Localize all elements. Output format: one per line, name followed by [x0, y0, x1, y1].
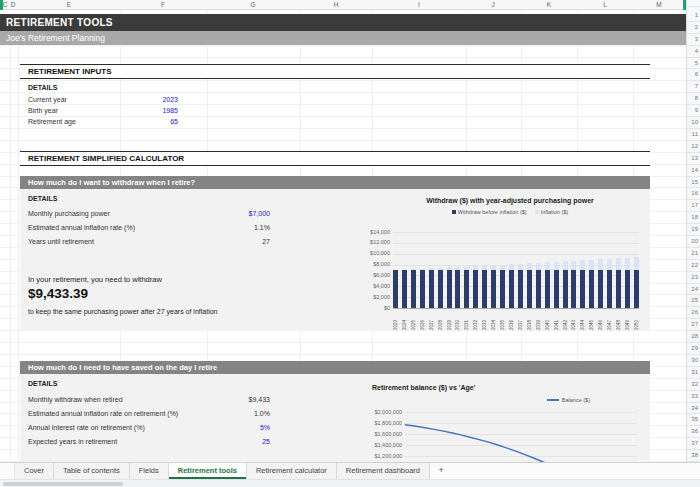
detail-value-cell[interactable]: 27 — [262, 238, 270, 245]
column-header-c[interactable]: C — [3, 0, 8, 10]
sheet-tab-retirement-dashboard[interactable]: Retirement dashboard — [337, 463, 430, 479]
bar-segment-base — [455, 270, 460, 308]
row-number-22[interactable]: 22 — [688, 260, 698, 272]
detail-value-cell[interactable]: 5% — [260, 424, 270, 431]
row-number-32[interactable]: 32 — [688, 379, 698, 391]
row-number-35[interactable]: 35 — [688, 414, 698, 426]
row-number-20[interactable]: 20 — [688, 236, 698, 248]
row-number-24[interactable]: 24 — [688, 284, 698, 296]
row-number-16[interactable]: 16 — [688, 188, 698, 200]
stacked-bar-2047 — [607, 259, 612, 308]
detail-value-cell[interactable]: 2023 — [162, 96, 178, 103]
detail-value-cell[interactable]: $9,433 — [249, 396, 270, 403]
row-number-17[interactable]: 17 — [688, 200, 698, 212]
y-tick-label: $0 — [370, 305, 390, 311]
bar-segment-inflation — [616, 258, 621, 270]
detail-label: Monthly purchasing power — [28, 210, 249, 217]
section-header-retirement-inputs: RETIREMENT INPUTS — [20, 64, 650, 79]
row-number-6[interactable]: 6 — [688, 69, 698, 81]
row-number-19[interactable]: 19 — [688, 224, 698, 236]
x-tick-label: 2023 — [393, 310, 398, 330]
x-tick-label: 2030 — [455, 310, 460, 330]
stacked-bar-2042 — [563, 261, 568, 308]
column-header-h[interactable]: H — [334, 0, 339, 10]
row-number-27[interactable]: 27 — [688, 319, 698, 331]
row-number-18[interactable]: 18 — [688, 212, 698, 224]
row-number-30[interactable]: 30 — [688, 355, 698, 367]
row-number-23[interactable]: 23 — [688, 272, 698, 284]
inputs-detail-rows: Current year2023Birth year1985Retirement… — [28, 94, 178, 127]
chart-gridline — [393, 308, 639, 309]
legend-item: Inflation ($) — [535, 209, 569, 215]
add-sheet-button[interactable]: + — [430, 463, 452, 479]
detail-value-cell[interactable]: 1.0% — [254, 410, 270, 417]
column-header-m[interactable]: M — [656, 0, 661, 10]
sheet-tab-fields[interactable]: Fields — [130, 463, 169, 479]
row-number-31[interactable]: 31 — [688, 367, 698, 379]
detail-label: Estimated annual inflation rate on retir… — [28, 410, 254, 417]
column-header-l[interactable]: L — [603, 0, 607, 10]
row-number-15[interactable]: 15 — [688, 177, 698, 189]
stacked-bar-2036 — [509, 264, 514, 308]
section-header-simplified-calculator: RETIREMENT SIMPLIFIED CALCULATOR — [20, 151, 650, 166]
row-number-37[interactable]: 37 — [688, 438, 698, 450]
row-number-9[interactable]: 9 — [688, 105, 698, 117]
row-number-14[interactable]: 14 — [688, 165, 698, 177]
row-number-8[interactable]: 8 — [688, 93, 698, 105]
detail-value-cell[interactable]: 1.1% — [254, 224, 270, 231]
bar-segment-inflation — [554, 262, 559, 270]
x-tick-label: 2039 — [536, 310, 541, 330]
x-tick-label: 2044 — [580, 310, 585, 330]
row-number-11[interactable]: 11 — [688, 129, 698, 141]
y-tick-label: $2,000,000 — [370, 409, 402, 415]
sheet-tab-table-of-contents[interactable]: Table of contents — [54, 463, 130, 479]
chart-title: Withdraw ($) with year-adjusted purchasi… — [370, 197, 650, 204]
column-header-j[interactable]: J — [491, 0, 494, 10]
x-axis-labels: 2023202420252026202720282029203020312032… — [393, 310, 639, 330]
detail-value-cell[interactable]: 65 — [170, 118, 178, 125]
column-header-e[interactable]: E — [67, 0, 71, 10]
detail-value-cell[interactable]: $7,000 — [249, 210, 270, 217]
row-number-1[interactable]: 1 — [688, 10, 698, 22]
sheet-tab-cover[interactable]: Cover — [15, 463, 54, 479]
row-number-7[interactable]: 7 — [688, 81, 698, 93]
row-number-5[interactable]: 5 — [688, 58, 698, 70]
row-number-21[interactable]: 21 — [688, 248, 698, 260]
stacked-bar-2032 — [473, 266, 478, 308]
column-header-k[interactable]: K — [547, 0, 551, 10]
x-tick-label: 2045 — [589, 310, 594, 330]
stacked-bar-2025 — [411, 269, 416, 308]
stacked-bar-2045 — [589, 260, 594, 308]
row-number-34[interactable]: 34 — [688, 403, 698, 415]
x-tick-label: 2038 — [527, 310, 532, 330]
row-number-12[interactable]: 12 — [688, 141, 698, 153]
row-number-28[interactable]: 28 — [688, 331, 698, 343]
row-number-10[interactable]: 10 — [688, 117, 698, 129]
x-tick-label: 2027 — [429, 310, 434, 330]
column-header-g[interactable]: G — [250, 0, 255, 10]
detail-value-cell[interactable]: 25 — [262, 438, 270, 445]
sheet-tab-retirement-calculator[interactable]: Retirement calculator — [247, 463, 337, 479]
row-number-36[interactable]: 36 — [688, 426, 698, 438]
row-number-25[interactable]: 25 — [688, 295, 698, 307]
result-value: $9,433.39 — [28, 286, 88, 301]
row-number-29[interactable]: 29 — [688, 343, 698, 355]
detail-value-cell[interactable]: 1985 — [162, 107, 178, 114]
sheet-tab-retirement-tools[interactable]: Retirement tools — [169, 463, 247, 479]
bar-segment-inflation — [634, 257, 639, 270]
column-header-f[interactable]: F — [161, 0, 165, 10]
row-number-38[interactable]: 38 — [688, 450, 698, 462]
x-tick-label: 2042 — [563, 310, 568, 330]
row-number-2[interactable]: 2 — [688, 22, 698, 34]
stacked-bar-2023 — [393, 270, 398, 308]
row-number-33[interactable]: 33 — [688, 391, 698, 403]
row-number-13[interactable]: 13 — [688, 153, 698, 165]
row-number-26[interactable]: 26 — [688, 307, 698, 319]
column-header-d[interactable]: D — [11, 0, 16, 10]
row-number-3[interactable]: 3 — [688, 34, 698, 46]
bar-plot-area — [393, 232, 639, 308]
column-header-i[interactable]: I — [418, 0, 420, 10]
row-number-4[interactable]: 4 — [688, 46, 698, 58]
horizontal-scrollbar-thumb[interactable] — [3, 482, 123, 486]
bar-segment-base — [616, 270, 621, 308]
